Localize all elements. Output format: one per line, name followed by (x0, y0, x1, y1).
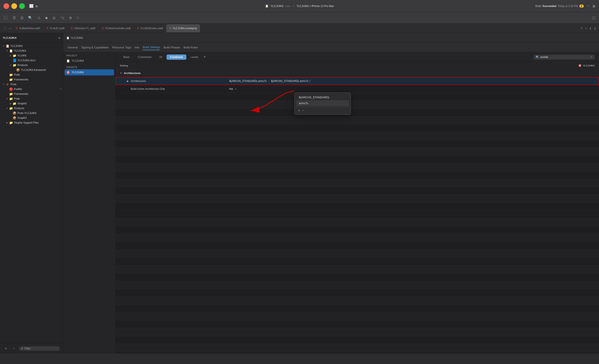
build-time: Today at 3:33 PM (558, 5, 578, 8)
filter-basic[interactable]: Basic (120, 54, 133, 60)
xcodeproj-icon: 📋 (9, 49, 13, 53)
sidebar-toggle-icon[interactable]: ⬜ (29, 4, 34, 8)
stepper-icon2[interactable]: ⬍ (235, 88, 237, 90)
add-filter-button[interactable]: + (203, 55, 206, 59)
tree-item-targets-support[interactable]: ▶ 📁 Targets Support Files (0, 120, 63, 125)
target-item-ylcjuikit[interactable]: 🎯 YLCJUIKit (64, 69, 114, 75)
expand-arrow-icon[interactable]: ▶ (127, 80, 129, 83)
build-active-val: Yes (229, 87, 233, 90)
run-button[interactable]: ▶ (36, 4, 38, 8)
build-active-row[interactable]: Build Active Architecture Only Yes ⬍ (115, 85, 599, 93)
add-icon[interactable]: + (587, 4, 589, 8)
tree-item-pods-project[interactable]: ▼ ⚙ Pods (0, 82, 63, 87)
warning-badge[interactable]: 2 (579, 5, 584, 8)
tab-ylviewcontroller[interactable]: S YLViewController.swift (98, 24, 134, 32)
tab-chevron-right-icon[interactable]: ❯ (594, 27, 596, 30)
popup-row-armv7s[interactable]: armv7s (296, 100, 349, 106)
tab-file-icon[interactable]: □ (1, 27, 9, 30)
search-icon[interactable]: 🔍 (27, 15, 34, 21)
empty-row (115, 124, 599, 132)
tab-signing[interactable]: Signing & Capabilities (81, 45, 109, 50)
search-input[interactable] (540, 56, 589, 59)
tree-item-products-1[interactable]: ▼ 📁 Products (0, 63, 63, 68)
test-icon[interactable]: ◎ (51, 15, 57, 21)
tab-uidevice[interactable]: S UIDevice+YL.swift (68, 24, 99, 32)
project-nav-icon: 📋 (66, 36, 70, 39)
minimize-button[interactable] (11, 3, 17, 9)
architectures-section-header[interactable]: ▼ Architectures (115, 69, 599, 77)
tree-item-products-2[interactable]: ▼ 📁 Products (0, 106, 63, 111)
folder-icon: 📁 (12, 54, 17, 57)
search-clear-icon[interactable]: ✕ (590, 56, 592, 59)
stepper-icon[interactable]: ⬍ (309, 80, 311, 82)
filter-levels[interactable]: Levels (187, 54, 202, 60)
tab-swift-icon: S (102, 27, 104, 30)
tab-xcodeproj[interactable]: A YLCJUIKit.xcodeproj (166, 24, 200, 32)
tree-item-ylcjuikit-root[interactable]: ▼ 📋 YLCJUIKit (0, 44, 63, 48)
tab-yluikitassets[interactable]: S YLUIKitAssets.swift (134, 24, 166, 32)
filter-combined[interactable]: Combined (167, 54, 186, 60)
tree-arrow: ▼ (9, 64, 12, 66)
navigator-icon[interactable]: ⬛ (2, 15, 9, 21)
tab-ylhud[interactable]: S YLHUD.swift (43, 24, 68, 32)
navigator-header: YLCJUIKit M (0, 33, 63, 43)
tree-item-snapkit-1[interactable]: ▶ 📁 SnapKit (0, 101, 63, 106)
tree-label: Pods-YLCJUIKit (18, 112, 36, 115)
right-sidebar-icon[interactable]: ▢ (591, 15, 597, 21)
empty-row (115, 108, 599, 116)
tree-item-podfile[interactable]: 🔴 Podfile ? (0, 87, 63, 91)
warning-icon[interactable]: ⚠ (36, 15, 42, 21)
source-control-icon[interactable]: ⌥ (59, 15, 66, 21)
search-icon: 🔍 (536, 56, 539, 59)
tree-item-framework[interactable]: 📦 YLCJUIKit.framework (0, 68, 63, 72)
breakpoint-icon[interactable]: ◆ (44, 15, 49, 21)
tree-item-pods-1[interactable]: 📁 Pods (0, 72, 63, 77)
popup-row-archs-standard[interactable]: $(ARCHS_STANDARD) (296, 94, 349, 100)
framework-icon: 📦 (16, 68, 20, 72)
folder-icon: 📁 (9, 97, 13, 100)
popup-remove-button[interactable]: − (302, 108, 304, 113)
tree-item-docc[interactable]: 📘 YLCJUIKit.docc (0, 58, 63, 63)
tab-info[interactable]: Info (134, 45, 139, 50)
tree-item-pods-2[interactable]: ▼ 📁 Pods (0, 96, 63, 101)
tab-resource-tags[interactable]: Resource Tags (112, 45, 131, 50)
tree-arrow: ▶ (9, 54, 12, 57)
tab-nav-forward[interactable]: › (10, 27, 11, 30)
tree-item-yluikit[interactable]: ▶ 📁 YLUIKit (0, 53, 63, 58)
filter-all[interactable]: All (156, 54, 166, 60)
empty-row (115, 281, 599, 289)
maximize-button[interactable] (19, 3, 25, 9)
remove-button[interactable]: − (11, 346, 17, 351)
bookmark-icon[interactable]: □ (75, 15, 80, 21)
close-button[interactable] (3, 3, 9, 9)
tab-refresh-icon[interactable]: ↻ (581, 27, 583, 30)
add-group-button[interactable]: + (3, 346, 9, 351)
tab-build-settings[interactable]: Build Settings (143, 45, 160, 50)
tab-chevron-icon[interactable]: ❮ (590, 27, 592, 30)
tab-build-phases[interactable]: Build Phases (163, 45, 180, 50)
git-icon[interactable]: ⊕ (68, 15, 73, 21)
tab-general[interactable]: General (68, 45, 78, 50)
tree-item-ylcjuikit-group[interactable]: ▼ 📋 YLCJUIKit (0, 48, 63, 53)
tree-item-frameworks-1[interactable]: 📁 Frameworks (0, 77, 63, 82)
split-view-icon[interactable]: ▣ (592, 4, 596, 8)
tree-label: YLUIKit (18, 54, 26, 57)
tab-warning-icon[interactable]: ⚠ (585, 27, 587, 30)
project-editor: PROJECT 📋 YLCJUIKit TARGETS 🎯 YLCJUIKit … (63, 52, 599, 354)
tree-item-snapkit-2[interactable]: 📦 SnapKit (0, 115, 63, 120)
tab-nav-back[interactable]: ‹ (9, 27, 10, 30)
architectures-row[interactable]: ▶ Architectures $(ARCHS_STANDARD) armv7s… (115, 77, 599, 85)
library-icon[interactable]: ☰ (11, 15, 17, 21)
tab-bar: □ ‹ › S YLBlankView.swift S YLHUD.swift … (0, 24, 599, 33)
filter-input[interactable] (25, 347, 58, 350)
tree-item-frameworks-2[interactable]: 📁 Frameworks (0, 91, 63, 96)
tab-ylblankview[interactable]: S YLBlankView.swift (12, 24, 43, 32)
tree-item-pods-ylcjuikit[interactable]: 📦 Pods-YLCJUIKit (0, 111, 63, 115)
title-device-chain: YLCJUIKit > iPhone 13 Pro Max (297, 5, 334, 8)
filter-customized[interactable]: Customized (134, 54, 155, 60)
project-item-ylcjuikit[interactable]: 📋 YLCJUIKit (63, 58, 115, 64)
tab-build-rules[interactable]: Build Rules (184, 45, 198, 50)
diff-icon[interactable]: ⊟ (19, 15, 25, 21)
tree-label: SnapKit (18, 116, 26, 119)
popup-add-button[interactable]: + (298, 108, 300, 113)
